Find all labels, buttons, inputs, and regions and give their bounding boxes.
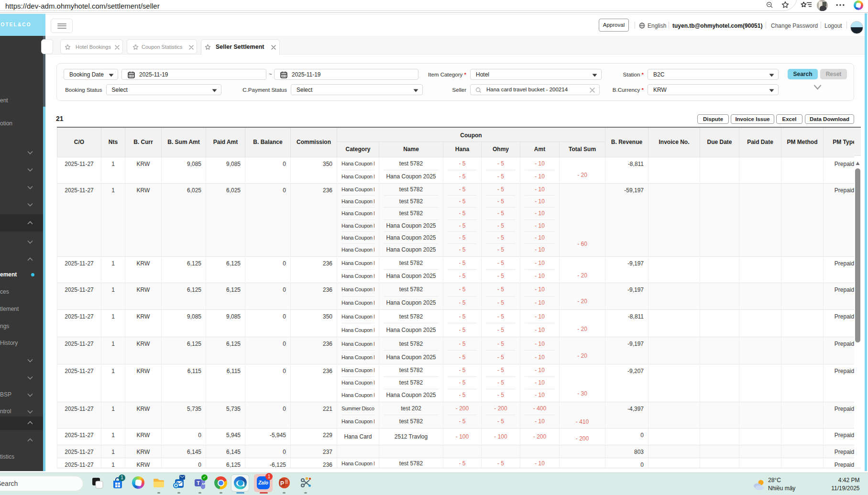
svg-text:P: P <box>280 480 284 487</box>
svg-text:T: T <box>197 480 200 486</box>
